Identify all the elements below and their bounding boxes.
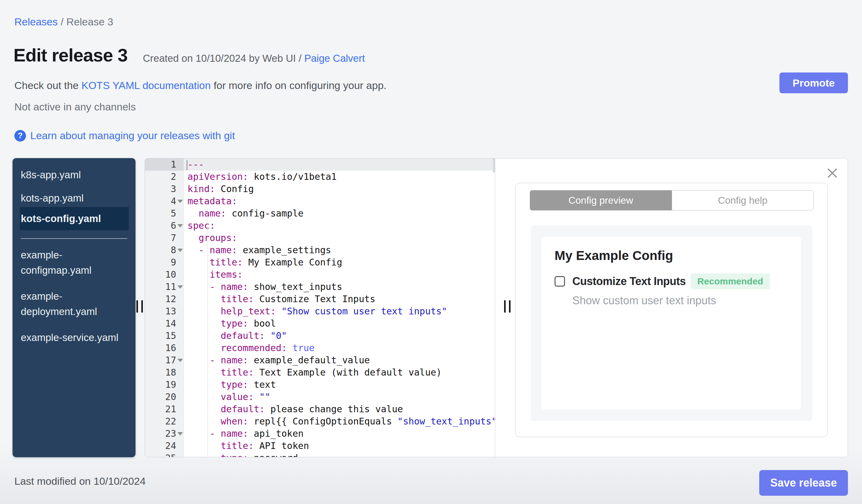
line-number: 16 bbox=[145, 342, 184, 354]
code-line-13[interactable]: 13 help_text: "Show custom user text inp… bbox=[145, 305, 495, 317]
docs-line: Check out the KOTS YAML documentation fo… bbox=[14, 80, 387, 91]
config-item-help-text: Show custom user text inputs bbox=[572, 294, 716, 307]
code-line-9[interactable]: 9 title: My Example Config bbox=[145, 256, 495, 268]
preview-tabs: Config preview Config help bbox=[530, 190, 814, 210]
code-text: title: My Example Config bbox=[184, 256, 495, 268]
code-line-2[interactable]: 2apiVersion: kots.io/v1beta1 bbox=[145, 171, 495, 183]
code-text: kind: Config bbox=[184, 183, 495, 195]
code-text: groups: bbox=[184, 232, 495, 244]
code-line-8[interactable]: 8 - name: example_settings bbox=[145, 244, 495, 256]
sidebar-file-example-deployment-yaml[interactable]: example-deployment.yaml bbox=[13, 289, 120, 319]
code-line-15[interactable]: 15 default: "0" bbox=[145, 330, 495, 342]
docs-suffix: for more info on configuring your app. bbox=[211, 80, 387, 91]
fold-arrow-icon[interactable] bbox=[178, 432, 183, 436]
tab-config-preview[interactable]: Config preview bbox=[530, 190, 672, 210]
author-link[interactable]: Paige Calvert bbox=[304, 53, 365, 64]
tab-config-help[interactable]: Config help bbox=[672, 190, 814, 210]
code-line-7[interactable]: 7 groups: bbox=[145, 232, 495, 244]
fold-arrow-icon[interactable] bbox=[178, 285, 183, 289]
code-line-18[interactable]: 18 title: Text Example (with default val… bbox=[145, 367, 495, 379]
text-cursor bbox=[186, 160, 187, 170]
channel-status: Not active in any channels bbox=[14, 101, 136, 113]
code-line-19[interactable]: 19 type: text bbox=[145, 379, 495, 391]
sidebar-file-example-configmap-yaml[interactable]: example-configmap.yaml bbox=[13, 248, 120, 278]
code-line-22[interactable]: 22 when: repl{{ ConfigOptionEquals "show… bbox=[145, 415, 495, 427]
close-icon[interactable] bbox=[826, 167, 839, 180]
code-text: items: bbox=[184, 268, 495, 281]
code-line-10[interactable]: 10 items: bbox=[145, 268, 495, 281]
page-title: Edit release 3 bbox=[13, 45, 128, 66]
sidebar-file-kots-app-yaml[interactable]: kots-app.yaml bbox=[13, 190, 120, 206]
line-number: 21 bbox=[145, 403, 184, 415]
line-number: 5 bbox=[145, 207, 184, 220]
code-text: - name: example_settings bbox=[184, 244, 495, 256]
code-line-21[interactable]: 21 default: please change this value bbox=[145, 403, 495, 415]
promote-button[interactable]: Promote bbox=[780, 72, 848, 93]
preview-card: Config preview Config help My Example Co… bbox=[515, 183, 828, 437]
line-number: 1 bbox=[145, 158, 184, 171]
help-question-icon[interactable]: ? bbox=[14, 130, 26, 142]
line-number: 15 bbox=[145, 330, 184, 342]
fold-arrow-icon[interactable] bbox=[178, 359, 183, 362]
code-line-6[interactable]: 6spec: bbox=[145, 220, 495, 232]
line-number: 9 bbox=[145, 256, 184, 268]
line-number: 2 bbox=[145, 171, 184, 183]
breadcrumb-separator: / bbox=[58, 16, 66, 27]
save-release-button[interactable]: Save release bbox=[759, 470, 848, 496]
code-text: default: please change this value bbox=[184, 403, 495, 415]
line-number: 6 bbox=[145, 220, 184, 232]
code-line-5[interactable]: 5 name: config-sample bbox=[145, 207, 495, 220]
code-line-25[interactable]: 25 type: password bbox=[145, 452, 495, 457]
config-item-label: Customize Text Inputs bbox=[572, 275, 686, 288]
fold-arrow-icon[interactable] bbox=[178, 224, 183, 227]
line-number: 4 bbox=[145, 195, 184, 207]
line-number: 25 bbox=[145, 452, 184, 457]
recommended-badge: Recommended bbox=[691, 274, 770, 289]
code-line-23[interactable]: 23 - name: api_token bbox=[145, 427, 495, 440]
code-line-1[interactable]: 1--- bbox=[145, 158, 495, 171]
sidebar-file-example-service-yaml[interactable]: example-service.yaml bbox=[13, 330, 120, 345]
breadcrumb-current: Release 3 bbox=[66, 16, 113, 27]
git-releases-link[interactable]: Learn about managing your releases with … bbox=[30, 130, 235, 142]
code-text: type: bool bbox=[184, 317, 495, 330]
preview-content-area: My Example Config Customize Text Inputs … bbox=[531, 225, 812, 421]
code-text: when: repl{{ ConfigOptionEquals "show_te… bbox=[184, 415, 495, 427]
code-line-3[interactable]: 3kind: Config bbox=[145, 183, 495, 195]
code-line-16[interactable]: 16 recommended: true bbox=[145, 342, 495, 354]
code-text: - name: example_default_value bbox=[184, 354, 495, 367]
code-text: title: API token bbox=[184, 440, 495, 452]
fold-arrow-icon[interactable] bbox=[178, 200, 183, 203]
sidebar-file-kots-config-yaml[interactable]: kots-config.yaml bbox=[20, 207, 129, 230]
code-text: type: text bbox=[184, 379, 495, 391]
code-line-17[interactable]: 17 - name: example_default_value bbox=[145, 354, 495, 367]
breadcrumb-releases-link[interactable]: Releases bbox=[14, 16, 58, 27]
code-text: spec: bbox=[184, 220, 495, 232]
created-text: Created on 10/10/2024 by Web UI / bbox=[143, 53, 304, 64]
kots-yaml-docs-link[interactable]: KOTS YAML documentation bbox=[81, 80, 211, 91]
code-line-11[interactable]: 11 - name: show_text_inputs bbox=[145, 281, 495, 293]
code-line-14[interactable]: 14 type: bool bbox=[145, 317, 495, 330]
customize-text-inputs-checkbox[interactable] bbox=[554, 276, 565, 287]
sidebar-resize-handle[interactable] bbox=[136, 300, 143, 313]
code-text: - name: show_text_inputs bbox=[184, 281, 495, 293]
file-tree-sidebar: k8s-app.yamlkots-app.yamlkots-config.yam… bbox=[13, 158, 135, 457]
line-number: 12 bbox=[145, 293, 184, 305]
line-number: 22 bbox=[145, 415, 184, 427]
code-text: default: "0" bbox=[184, 330, 495, 342]
code-line-24[interactable]: 24 title: API token bbox=[145, 440, 495, 452]
code-line-12[interactable]: 12 title: Customize Text Inputs bbox=[145, 293, 495, 305]
line-number: 14 bbox=[145, 317, 184, 330]
yaml-code-editor[interactable]: 1---2apiVersion: kots.io/v1beta13kind: C… bbox=[145, 158, 495, 457]
config-item-row: Customize Text Inputs Recommended bbox=[554, 274, 770, 289]
code-line-4[interactable]: 4metadata: bbox=[145, 195, 495, 207]
docs-prefix: Check out the bbox=[14, 80, 81, 91]
code-line-20[interactable]: 20 value: "" bbox=[145, 391, 495, 403]
editor-scrollbar[interactable] bbox=[493, 158, 495, 172]
config-preview-panel: Config preview Config help My Example Co… bbox=[495, 158, 848, 457]
sidebar-file-k8s-app-yaml[interactable]: k8s-app.yaml bbox=[13, 167, 120, 183]
fold-arrow-icon[interactable] bbox=[178, 249, 183, 252]
line-number: 19 bbox=[145, 379, 184, 391]
line-number: 23 bbox=[145, 427, 184, 440]
panel-resize-handle[interactable] bbox=[504, 300, 511, 313]
code-text: title: Customize Text Inputs bbox=[184, 293, 495, 305]
